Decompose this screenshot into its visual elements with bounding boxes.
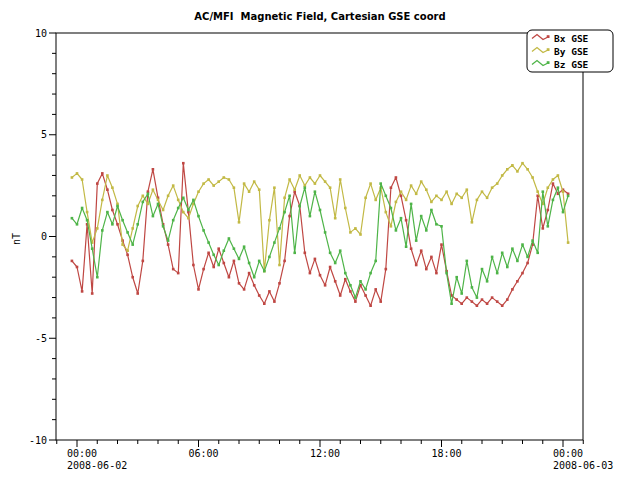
data-point-marker: [339, 294, 342, 297]
data-point-marker: [557, 186, 560, 189]
data-point-marker: [167, 239, 170, 242]
data-point-marker: [334, 262, 337, 265]
data-point-marker: [344, 207, 347, 210]
data-point-marker: [298, 174, 301, 177]
data-point-marker: [314, 182, 317, 185]
data-point-marker: [233, 260, 236, 263]
data-point-marker: [101, 172, 104, 175]
data-point-marker: [430, 256, 433, 259]
magnetic-field-chart: AC/MFI Magnetic Field, Cartesian GSE coo…: [0, 0, 640, 480]
data-point-marker: [182, 197, 185, 200]
data-point-marker: [96, 276, 99, 279]
data-point-marker: [395, 176, 398, 179]
data-point-marker: [207, 178, 210, 181]
data-point-marker: [238, 282, 241, 285]
data-point-marker: [187, 217, 190, 220]
data-point-marker: [501, 174, 504, 177]
data-point-marker: [268, 256, 271, 259]
data-point-marker: [405, 219, 408, 222]
data-point-marker: [177, 207, 180, 210]
data-point-marker: [450, 302, 453, 305]
data-point-marker: [567, 241, 570, 244]
data-point-marker: [476, 199, 479, 202]
data-point-marker: [197, 190, 200, 193]
data-point-marker: [147, 193, 150, 196]
data-point-marker: [136, 223, 139, 226]
series-by-gse: [71, 162, 570, 273]
data-point-marker: [486, 280, 489, 283]
data-point-marker: [162, 225, 165, 228]
data-point-marker: [445, 190, 448, 193]
data-point-marker: [207, 252, 210, 255]
data-point-marker: [86, 219, 89, 222]
data-point-marker: [496, 182, 499, 185]
data-point-marker: [126, 231, 129, 234]
data-point-marker: [248, 262, 251, 265]
data-point-marker: [547, 186, 550, 189]
data-point-marker: [197, 288, 200, 291]
data-point-marker: [557, 174, 560, 177]
data-point-marker: [172, 219, 175, 222]
data-point-marker: [126, 254, 129, 257]
data-point-marker: [379, 300, 382, 303]
data-point-marker: [288, 178, 291, 181]
data-point-marker: [471, 300, 474, 303]
data-point-marker: [223, 176, 226, 179]
data-point-marker: [278, 264, 281, 267]
data-point-marker: [263, 270, 266, 273]
data-point-marker: [415, 264, 418, 267]
data-point-marker: [516, 260, 519, 263]
data-point-marker: [142, 195, 145, 198]
data-point-marker: [177, 272, 180, 275]
data-point-marker: [329, 252, 332, 255]
data-point-marker: [228, 237, 231, 240]
data-point-marker: [334, 280, 337, 283]
data-point-marker: [217, 264, 220, 267]
plot-page: AC/MFI Magnetic Field, Cartesian GSE coo…: [0, 0, 640, 480]
data-point-marker: [273, 300, 276, 303]
data-point-marker: [395, 201, 398, 204]
data-point-marker: [253, 284, 256, 287]
data-point-marker: [101, 229, 104, 232]
data-point-marker: [334, 217, 337, 220]
data-point-marker: [324, 180, 327, 183]
data-point-marker: [430, 209, 433, 212]
data-point-marker: [309, 272, 312, 275]
data-point-marker: [324, 231, 327, 234]
data-point-marker: [71, 176, 74, 179]
data-point-marker: [511, 288, 514, 291]
data-point-marker: [354, 227, 357, 230]
data-point-marker: [567, 195, 570, 198]
data-point-marker: [349, 231, 352, 234]
data-point-marker: [106, 174, 109, 177]
data-point-marker: [212, 266, 215, 269]
data-point-marker: [142, 201, 145, 204]
y-tick-label: 0: [41, 231, 47, 242]
data-point-marker: [243, 182, 246, 185]
data-point-marker: [466, 296, 469, 299]
data-point-marker: [440, 225, 443, 228]
data-point-marker: [471, 286, 474, 289]
data-point-marker: [425, 188, 428, 191]
data-point-marker: [369, 272, 372, 275]
data-point-marker: [238, 258, 241, 261]
data-point-marker: [460, 292, 463, 295]
data-point-marker: [136, 292, 139, 295]
data-point-marker: [192, 199, 195, 202]
data-point-marker: [268, 290, 271, 293]
series-lines: [71, 162, 570, 307]
data-point-marker: [157, 203, 160, 206]
data-point-marker: [111, 223, 114, 226]
series-bx-gse: [71, 162, 570, 307]
x-tick-label: 06:00: [189, 448, 219, 459]
data-point-marker: [531, 176, 534, 179]
data-point-marker: [455, 276, 458, 279]
y-tick-label: -10: [29, 435, 47, 446]
data-point-marker: [162, 209, 165, 212]
data-point-marker: [202, 229, 205, 232]
y-tick-label: 10: [35, 28, 47, 39]
data-point-marker: [167, 195, 170, 198]
data-point-marker: [440, 199, 443, 202]
data-point-marker: [516, 280, 519, 283]
data-point-marker: [476, 304, 479, 307]
